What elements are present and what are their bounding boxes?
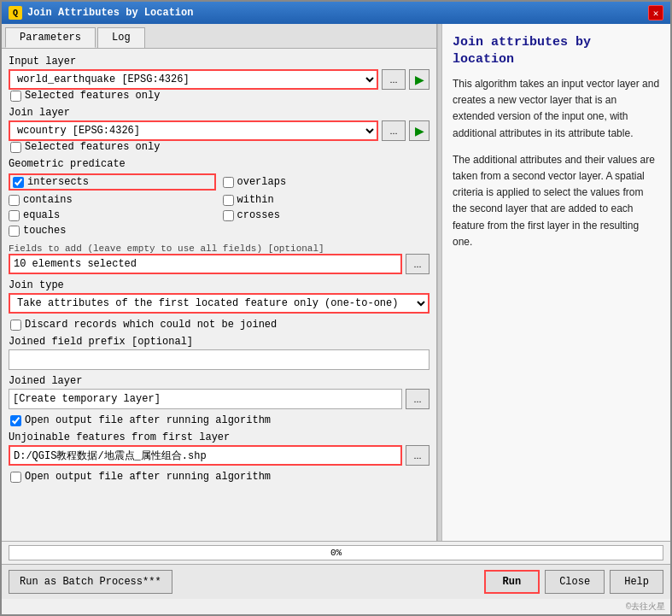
join-layer-row: wcountry [EPSG:4326] ... ▶ — [9, 120, 429, 141]
tab-parameters[interactable]: Parameters — [5, 27, 96, 48]
app-icon: Q — [9, 6, 22, 20]
within-label: within — [237, 194, 274, 206]
input-selected-checkbox[interactable] — [10, 91, 21, 102]
joined-layer-input[interactable] — [9, 389, 402, 409]
open-output-1-label: Open output file after running algorithm — [25, 414, 271, 426]
overlaps-item: overlaps — [223, 173, 430, 191]
prefix-input[interactable] — [9, 349, 429, 370]
join-layer-section: Join layer wcountry [EPSG:4326] ... ▶ Se… — [9, 107, 429, 153]
equals-label: equals — [23, 209, 60, 221]
geometric-grid: intersects overlaps contains within — [9, 173, 429, 237]
button-row: Run as Batch Process*** Run Close Help — [2, 564, 670, 599]
joined-layer-label: Joined layer — [9, 375, 429, 387]
touches-label: touches — [23, 225, 66, 237]
batch-process-button[interactable]: Run as Batch Process*** — [9, 570, 172, 594]
input-layer-label: Input layer — [9, 56, 429, 67]
intersects-item: intersects — [9, 173, 216, 191]
within-item: within — [223, 194, 430, 206]
join-selected-row: Selected features only — [10, 141, 429, 153]
crosses-checkbox[interactable] — [223, 210, 234, 221]
progress-label: 0% — [330, 548, 342, 558]
discard-label: Discard records which could not be joine… — [25, 319, 277, 331]
join-type-select[interactable]: Take attributes of the first located fea… — [9, 293, 429, 314]
touches-item: touches — [9, 225, 216, 237]
join-layer-select[interactable]: wcountry [EPSG:4326] — [9, 120, 378, 141]
open-output-1-checkbox[interactable] — [10, 415, 21, 426]
input-layer-dots-button[interactable]: ... — [382, 69, 406, 90]
open-output-2-row: Open output file after running algorithm — [10, 471, 429, 483]
input-layer-info-button[interactable]: ▶ — [409, 69, 429, 90]
fields-dots-button[interactable]: ... — [406, 254, 429, 274]
overlaps-label: overlaps — [237, 176, 287, 188]
open-output-2-checkbox[interactable] — [10, 472, 21, 483]
discard-row: Discard records which could not be joine… — [10, 319, 429, 331]
right-panel: Join attributes by location This algorit… — [442, 24, 670, 541]
help-button[interactable]: Help — [610, 570, 663, 594]
prefix-section: Joined field prefix [optional] — [9, 336, 429, 370]
intersects-label: intersects — [27, 176, 89, 188]
close-button[interactable]: Close — [545, 570, 605, 594]
join-layer-label: Join layer — [9, 107, 429, 119]
discard-checkbox[interactable] — [10, 320, 21, 331]
params-content: Input layer world_earthquake [EPSG:4326]… — [2, 49, 436, 490]
unjoinable-row: ... — [9, 445, 429, 466]
contains-item: contains — [9, 194, 216, 206]
joined-layer-row: ... — [9, 389, 429, 409]
window-title: Join Attributes by Location — [27, 7, 193, 19]
left-panel: Parameters Log Input layer world_earthqu… — [2, 24, 437, 541]
action-buttons: Run Close Help — [484, 570, 663, 594]
close-window-button[interactable]: ✕ — [648, 5, 663, 21]
watermark: ©去往火星 — [2, 599, 670, 614]
input-selected-label: Selected features only — [25, 90, 160, 102]
title-bar: Q Join Attributes by Location ✕ — [2, 2, 670, 24]
help-para2: The additional attributes and their valu… — [453, 152, 660, 250]
open-output-2-label: Open output file after running algorithm — [25, 471, 271, 483]
equals-checkbox[interactable] — [9, 210, 20, 221]
geometric-section: Geometric predicate intersects overlaps — [9, 158, 429, 237]
input-layer-section: Input layer world_earthquake [EPSG:4326]… — [9, 56, 429, 102]
unjoinable-label: Unjoinable features from first layer — [9, 431, 429, 443]
progress-row: 0% — [2, 542, 670, 564]
fields-row: ... — [9, 254, 429, 274]
prefix-label: Joined field prefix [optional] — [9, 336, 429, 348]
help-para1: This algorithm takes an input vector lay… — [453, 76, 660, 142]
fields-input[interactable] — [9, 254, 402, 274]
unjoinable-dots-button[interactable]: ... — [406, 445, 429, 466]
input-layer-row: world_earthquake [EPSG:4326] ... ▶ — [9, 69, 429, 90]
join-selected-checkbox[interactable] — [10, 142, 21, 153]
join-type-section: Join type Take attributes of the first l… — [9, 279, 429, 314]
bottom-bar: 0% Run as Batch Process*** Run Close Hel… — [2, 541, 670, 614]
fields-section: Fields to add (leave empty to use all fi… — [9, 242, 429, 274]
run-button[interactable]: Run — [484, 570, 541, 594]
crosses-label: crosses — [237, 209, 280, 221]
contains-checkbox[interactable] — [9, 195, 20, 206]
join-layer-dots-button[interactable]: ... — [382, 120, 406, 141]
within-checkbox[interactable] — [223, 195, 234, 206]
open-output-1-row: Open output file after running algorithm — [10, 414, 429, 426]
input-selected-row: Selected features only — [10, 90, 429, 102]
tab-log[interactable]: Log — [97, 27, 145, 48]
join-selected-label: Selected features only — [25, 141, 160, 153]
help-title: Join attributes by location — [453, 34, 660, 67]
contains-label: contains — [23, 194, 73, 206]
unjoinable-input[interactable] — [9, 445, 402, 466]
equals-item: equals — [9, 209, 216, 221]
tab-bar: Parameters Log — [2, 24, 436, 49]
main-window: Q Join Attributes by Location ✕ Paramete… — [0, 0, 672, 616]
overlaps-checkbox[interactable] — [223, 177, 234, 188]
join-type-row: Take attributes of the first located fea… — [9, 293, 429, 314]
main-content: Parameters Log Input layer world_earthqu… — [2, 24, 670, 541]
title-bar-left: Q Join Attributes by Location — [9, 6, 193, 20]
touches-checkbox[interactable] — [9, 226, 20, 237]
input-layer-select[interactable]: world_earthquake [EPSG:4326] — [9, 69, 378, 90]
unjoinable-section: Unjoinable features from first layer ... — [9, 431, 429, 466]
intersects-checkbox[interactable] — [13, 177, 24, 188]
fields-label: Fields to add (leave empty to use all fi… — [9, 243, 429, 254]
progress-bar: 0% — [9, 545, 663, 560]
joined-layer-dots-button[interactable]: ... — [406, 389, 429, 409]
join-type-label: Join type — [9, 279, 429, 291]
joined-layer-section: Joined layer ... — [9, 375, 429, 409]
join-layer-info-button[interactable]: ▶ — [409, 120, 429, 141]
geometric-label: Geometric predicate — [9, 158, 429, 170]
crosses-item: crosses — [223, 209, 430, 221]
